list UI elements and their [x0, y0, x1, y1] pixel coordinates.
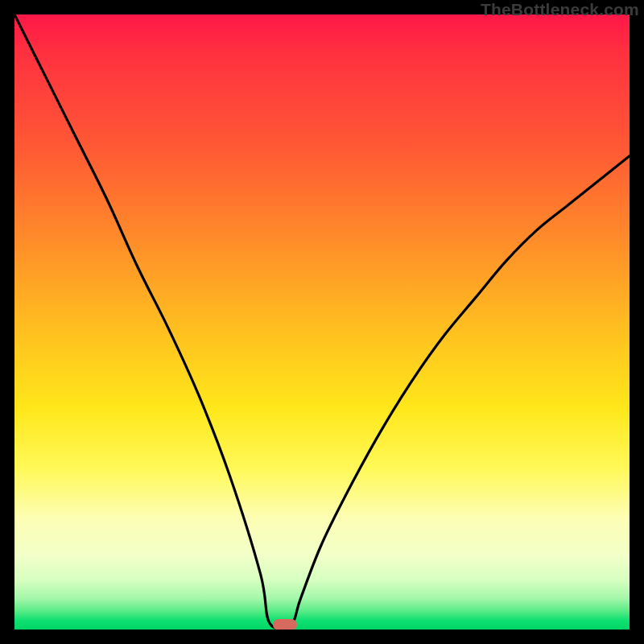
bottleneck-curve — [14, 14, 630, 630]
plot-area — [14, 14, 630, 630]
watermark-text: TheBottleneck.com — [481, 0, 639, 19]
optimal-marker — [273, 619, 297, 630]
chart-stage: TheBottleneck.com — [0, 0, 644, 644]
